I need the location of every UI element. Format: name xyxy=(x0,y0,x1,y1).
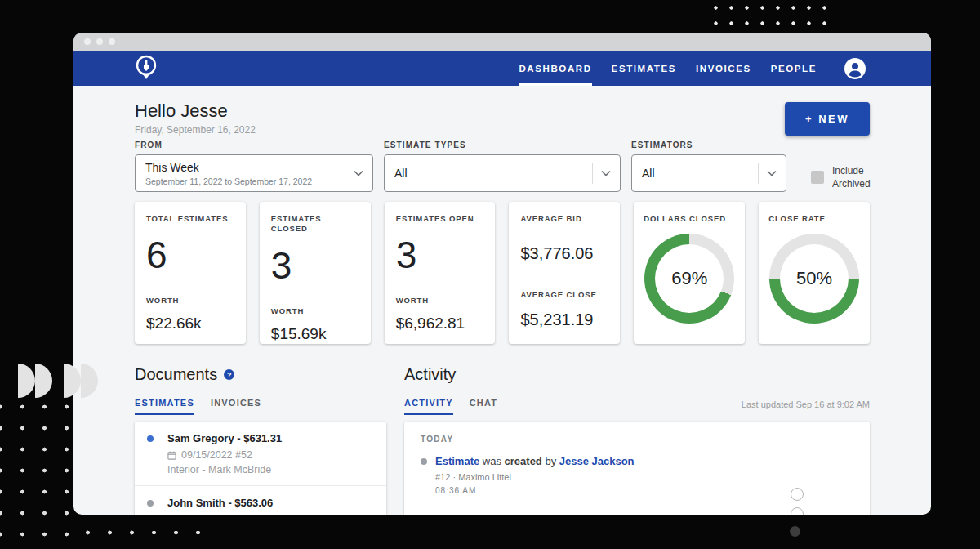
stat-sublabel: WORTH xyxy=(146,296,234,305)
marketing-backdrop: DASHBOARD ESTIMATES INVOICES PEOPLE Hell… xyxy=(0,0,980,549)
document-date: 09/15/2022 #52 xyxy=(167,449,375,461)
nav-links: DASHBOARD ESTIMATES INVOICES PEOPLE xyxy=(519,51,817,86)
stat-label: ESTIMATES CLOSED xyxy=(271,214,359,234)
filter-estimators: ESTIMATORS All xyxy=(631,141,786,192)
estimators-select[interactable]: All xyxy=(631,154,786,192)
current-date: Friday, September 16, 2022 xyxy=(135,124,870,136)
stat-sublabel: AVERAGE CLOSE xyxy=(520,290,608,299)
top-nav: DASHBOARD ESTIMATES INVOICES PEOPLE xyxy=(74,51,931,86)
dim-dot xyxy=(790,526,800,537)
document-title: John Smith - $563.06 xyxy=(167,497,375,509)
tab-chat[interactable]: CHAT xyxy=(470,398,498,415)
estimators-label: ESTIMATORS xyxy=(631,141,786,150)
document-date: 08/08/2022 #51 xyxy=(167,514,375,515)
nav-item-estimates[interactable]: ESTIMATES xyxy=(612,51,676,86)
include-archived-checkbox[interactable]: Include Archived xyxy=(811,164,878,190)
new-button[interactable]: + NEW xyxy=(785,102,870,136)
filter-from: FROM This Week September 11, 2022 to Sep… xyxy=(135,141,373,192)
tab-invoices[interactable]: INVOICES xyxy=(211,398,261,415)
estimate-types-select[interactable]: All xyxy=(384,154,621,192)
stat-subvalue: $22.66k xyxy=(146,315,234,333)
estimate-types-label: ESTIMATE TYPES xyxy=(384,141,621,150)
paint-brush-pin-logo-icon[interactable] xyxy=(134,54,158,83)
stat-value: 3 xyxy=(271,247,359,284)
half-circle-shape xyxy=(18,364,35,398)
chevron-down-icon xyxy=(592,155,620,191)
checkbox-icon xyxy=(811,171,824,184)
tab-activity[interactable]: ACTIVITY xyxy=(404,398,453,415)
document-row[interactable]: Sam Gregory - $631.31 09/15/2022 #52 Int… xyxy=(135,422,386,485)
filter-from-label: FROM xyxy=(135,141,373,150)
stat-label: DOLLARS CLOSED xyxy=(644,214,735,224)
documents-section: Documents ? ESTIMATES INVOICES Sam Grego… xyxy=(135,365,386,515)
window-titlebar xyxy=(74,33,931,51)
stat-label: CLOSE RATE xyxy=(768,214,860,224)
calendar-icon xyxy=(167,451,176,460)
documents-tabs: ESTIMATES INVOICES xyxy=(135,398,386,415)
activity-tabs: ACTIVITY CHAT Last updated Sep 16 at 9:0… xyxy=(404,398,870,415)
stats-row: TOTAL ESTIMATES 6 WORTH $22.66k ESTIMATE… xyxy=(135,202,870,344)
chevron-down-icon xyxy=(345,155,372,191)
browser-window: DASHBOARD ESTIMATES INVOICES PEOPLE Hell… xyxy=(74,33,931,515)
stat-subvalue: $6,962.81 xyxy=(396,315,484,333)
status-dot-icon xyxy=(147,435,154,442)
donut-percent: 50% xyxy=(769,234,859,324)
stat-label: TOTAL ESTIMATES xyxy=(146,214,234,224)
from-select-value: This Week xyxy=(145,161,336,174)
dot-pattern-bottom xyxy=(77,522,209,543)
window-control-dot[interactable] xyxy=(84,38,91,45)
user-avatar-icon[interactable] xyxy=(844,58,866,79)
tab-estimates[interactable]: ESTIMATES xyxy=(135,398,194,415)
page-header: Hello Jesse Friday, September 16, 2022 +… xyxy=(135,100,870,136)
nav-item-people[interactable]: PEOPLE xyxy=(771,51,817,86)
window-control-dot[interactable] xyxy=(96,38,103,45)
stat-card-dollars-closed: DOLLARS CLOSED 69% xyxy=(634,202,745,344)
dot-pattern-top-right xyxy=(708,0,832,31)
document-meta: Interior - Mark McBride xyxy=(167,464,375,475)
half-circle-shape xyxy=(35,364,52,398)
stat-label: AVERAGE BID xyxy=(520,214,608,224)
estimate-link[interactable]: Estimate xyxy=(435,455,479,467)
include-archived-label: Include Archived xyxy=(832,164,878,190)
activity-group-label: TODAY xyxy=(421,435,853,444)
document-title: Sam Gregory - $631.31 xyxy=(167,432,375,444)
help-icon[interactable]: ? xyxy=(224,369,234,380)
activity-section: Activity ACTIVITY CHAT Last updated Sep … xyxy=(404,365,870,515)
stat-sublabel: WORTH xyxy=(271,306,359,315)
ring-decoration xyxy=(791,507,804,515)
stat-subvalue: $15.69k xyxy=(271,325,359,343)
nav-item-dashboard[interactable]: DASHBOARD xyxy=(519,51,591,86)
activity-item: Estimate was created by Jesse Jackson #1… xyxy=(421,455,853,495)
stat-sublabel: WORTH xyxy=(396,296,484,305)
status-dot-icon xyxy=(147,500,154,507)
filter-bar: FROM This Week September 11, 2022 to Sep… xyxy=(135,141,870,192)
estimators-value: All xyxy=(642,167,750,180)
dot-pattern-left xyxy=(0,396,79,545)
nav-item-invoices[interactable]: INVOICES xyxy=(696,51,751,86)
close-rate-donut-chart: 50% xyxy=(769,234,859,324)
bullet-dot-icon xyxy=(421,458,427,465)
stat-value: $3,776.06 xyxy=(520,245,608,261)
stat-subvalue: $5,231.19 xyxy=(520,310,608,329)
stat-card-total-estimates: TOTAL ESTIMATES 6 WORTH $22.66k xyxy=(135,202,246,344)
from-select[interactable]: This Week September 11, 2022 to Septembe… xyxy=(135,154,373,192)
donut-percent: 69% xyxy=(644,234,734,324)
page-title: Hello Jesse xyxy=(135,100,870,122)
activity-title: Activity xyxy=(404,365,870,384)
chevron-down-icon xyxy=(758,155,786,191)
dashboard-main: Hello Jesse Friday, September 16, 2022 +… xyxy=(74,86,931,515)
window-control-dot[interactable] xyxy=(109,38,115,45)
stat-card-average-bid: AVERAGE BID $3,776.06 AVERAGE CLOSE $5,2… xyxy=(509,202,620,344)
actor-link[interactable]: Jesse Jackson xyxy=(559,455,635,467)
lower-sections: Documents ? ESTIMATES INVOICES Sam Grego… xyxy=(135,365,870,515)
stat-value: 6 xyxy=(146,236,234,274)
estimate-types-value: All xyxy=(394,167,584,180)
last-updated-text: Last updated Sep 16 at 9:02 AM xyxy=(742,399,870,415)
dollars-closed-donut-chart: 69% xyxy=(644,234,734,324)
document-row[interactable]: John Smith - $563.06 08/08/2022 #51 xyxy=(135,485,386,515)
stat-card-close-rate: CLOSE RATE 50% xyxy=(759,202,870,344)
documents-list: Sam Gregory - $631.31 09/15/2022 #52 Int… xyxy=(135,422,386,515)
documents-title: Documents ? xyxy=(135,365,386,384)
filter-estimate-types: ESTIMATE TYPES All xyxy=(384,141,621,192)
from-select-range: September 11, 2022 to September 17, 2022 xyxy=(145,176,336,186)
